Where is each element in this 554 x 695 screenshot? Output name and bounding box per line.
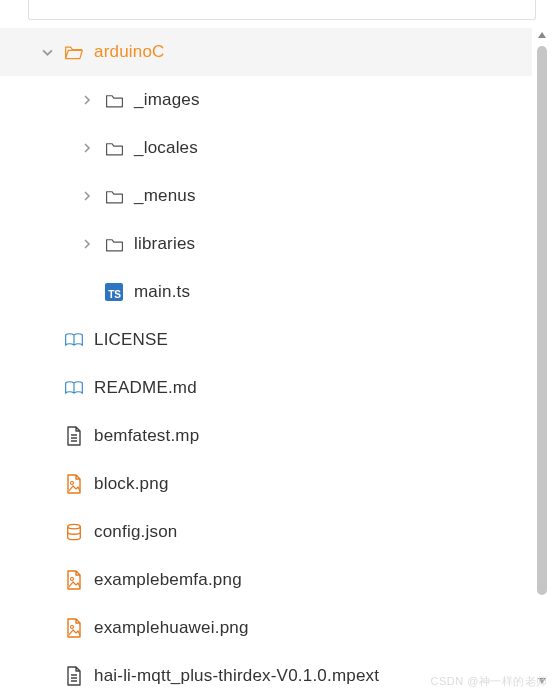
- database-icon: [64, 522, 84, 542]
- folder-open-icon: [64, 42, 84, 62]
- tree-item-license[interactable]: LICENSE: [0, 316, 532, 364]
- tree-item-label: _menus: [134, 186, 196, 206]
- folder-icon: [104, 234, 124, 254]
- image-icon: [64, 474, 84, 494]
- scroll-down-icon[interactable]: [535, 674, 549, 688]
- tree-item-menus[interactable]: _menus: [0, 172, 532, 220]
- chevron-right-icon[interactable]: [78, 139, 96, 157]
- document-icon: [64, 426, 84, 446]
- svg-point-3: [71, 626, 74, 629]
- chevron-down-icon[interactable]: [38, 43, 56, 61]
- tree-item-main-ts[interactable]: TS main.ts: [0, 268, 532, 316]
- tree-item-label: LICENSE: [94, 330, 168, 350]
- scroll-thumb[interactable]: [537, 46, 547, 595]
- typescript-icon: TS: [104, 282, 124, 302]
- folder-icon: [104, 138, 124, 158]
- tree-scroll-area[interactable]: arduinoC _images _locales: [0, 28, 532, 688]
- image-icon: [64, 618, 84, 638]
- scrollbar[interactable]: [534, 28, 550, 688]
- svg-point-1: [68, 524, 81, 529]
- tree-item-label: arduinoC: [94, 42, 165, 62]
- tree-item-arduinoC[interactable]: arduinoC: [0, 28, 532, 76]
- tree-item-locales[interactable]: _locales: [0, 124, 532, 172]
- tree-item-label: block.png: [94, 474, 169, 494]
- tree-item-examplebemfa-png[interactable]: examplebemfa.png: [0, 556, 532, 604]
- tree-item-examplehuawei-png[interactable]: examplehuawei.png: [0, 604, 532, 652]
- tree-item-images[interactable]: _images: [0, 76, 532, 124]
- chevron-right-icon[interactable]: [78, 235, 96, 253]
- chevron-right-icon[interactable]: [78, 91, 96, 109]
- file-tree: arduinoC _images _locales: [0, 28, 554, 688]
- document-icon: [64, 666, 84, 686]
- folder-icon: [104, 90, 124, 110]
- svg-marker-4: [538, 32, 546, 38]
- tree-item-bemfatest[interactable]: bemfatest.mp: [0, 412, 532, 460]
- tree-item-label: README.md: [94, 378, 197, 398]
- svg-point-2: [71, 578, 74, 581]
- tree-item-config-json[interactable]: config.json: [0, 508, 532, 556]
- tree-item-label: hai-li-mqtt_plus-thirdex-V0.1.0.mpext: [94, 666, 379, 686]
- search-bar-placeholder[interactable]: [28, 0, 536, 20]
- tree-item-label: examplebemfa.png: [94, 570, 242, 590]
- scroll-track[interactable]: [537, 46, 547, 670]
- tree-item-label: config.json: [94, 522, 177, 542]
- book-icon: [64, 378, 84, 398]
- tree-item-mpext[interactable]: hai-li-mqtt_plus-thirdex-V0.1.0.mpext: [0, 652, 532, 688]
- tree-item-block-png[interactable]: block.png: [0, 460, 532, 508]
- svg-marker-5: [538, 678, 546, 684]
- tree-item-label: examplehuawei.png: [94, 618, 249, 638]
- book-icon: [64, 330, 84, 350]
- chevron-right-icon[interactable]: [78, 187, 96, 205]
- tree-item-label: main.ts: [134, 282, 190, 302]
- tree-item-label: _locales: [134, 138, 198, 158]
- scroll-up-icon[interactable]: [535, 28, 549, 42]
- svg-point-0: [71, 482, 74, 485]
- tree-item-libraries[interactable]: libraries: [0, 220, 532, 268]
- tree-item-readme[interactable]: README.md: [0, 364, 532, 412]
- folder-icon: [104, 186, 124, 206]
- tree-item-label: _images: [134, 90, 200, 110]
- image-icon: [64, 570, 84, 590]
- tree-item-label: bemfatest.mp: [94, 426, 199, 446]
- tree-item-label: libraries: [134, 234, 195, 254]
